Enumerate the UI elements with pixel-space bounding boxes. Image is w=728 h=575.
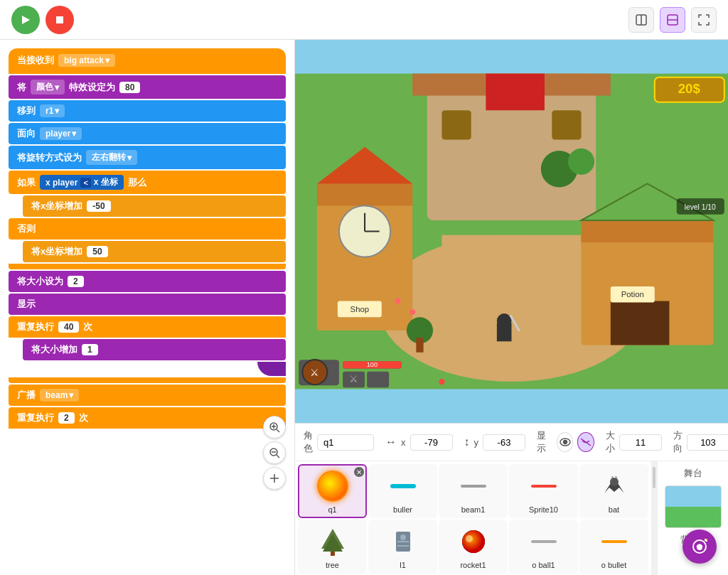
else-block: 否则 [9, 218, 286, 240]
svg-rect-78 [531, 540, 557, 543]
sprite-item-l1[interactable]: l1 [368, 520, 437, 574]
svg-point-40 [568, 149, 594, 175]
add-sprite-button[interactable] [682, 530, 717, 564]
add-x-value-1[interactable]: -50 [87, 200, 110, 212]
face-block: 面向 player ▾ [9, 123, 286, 144]
end-repeat-block [9, 377, 286, 383]
sprite-item-obullet[interactable]: o bullet [579, 520, 648, 574]
size-label: 大小 [606, 429, 615, 455]
reset-zoom-button[interactable] [263, 467, 286, 490]
move-target-label: r1 [46, 106, 53, 116]
repeat-label: 重复执行 [17, 321, 54, 333]
sprite-item-oball1[interactable]: o ball1 [509, 520, 578, 574]
zoom-in-button[interactable] [263, 416, 286, 439]
sprite-icon-l1 [385, 524, 421, 559]
repeat-body: 将大小增加 1 [23, 339, 286, 376]
direction-label: 方向 [673, 429, 682, 455]
svg-point-81 [697, 545, 702, 549]
sprite-label-tree: tree [326, 561, 339, 569]
stage-preview[interactable] [665, 485, 722, 528]
effect-type-dropdown[interactable]: 颜色 ▾ [31, 80, 65, 95]
y-input[interactable] [483, 434, 525, 451]
x-label: x [401, 437, 406, 448]
svg-rect-64 [390, 484, 416, 488]
stop-button[interactable] [46, 6, 74, 34]
sprite-item-rocket1[interactable]: rocket1 [439, 520, 508, 574]
svg-text:20$: 20$ [678, 81, 701, 96]
sprite-name-field: 角色 [304, 429, 374, 455]
display-label: 显示 [537, 429, 552, 455]
rotate-mode-dropdown[interactable]: 左右翻转 ▾ [86, 150, 137, 165]
move-target-arrow: ▾ [55, 106, 59, 116]
face-target-dropdown[interactable]: player ▾ [40, 127, 82, 140]
sprite-grid: ✕ q1 buller [295, 461, 651, 575]
broadcast-target-arrow: ▾ [69, 390, 73, 400]
layout2-button[interactable] [660, 7, 685, 33]
zoom-out-button[interactable] [263, 441, 286, 464]
sprite-item-sprite10[interactable]: Sprite10 [509, 464, 578, 518]
add-x-block-2: 将x坐标增加 50 [23, 241, 286, 262]
sprite-icon-obullet [596, 524, 632, 559]
svg-rect-1 [56, 16, 63, 23]
repeat2-suffix: 次 [79, 412, 88, 424]
if-label: 如果 [17, 176, 36, 189]
layout1-button[interactable] [628, 7, 654, 33]
start-button[interactable] [11, 6, 40, 34]
sprite-item-tree[interactable]: tree [298, 520, 367, 574]
sprite-item-buller[interactable]: buller [368, 464, 437, 518]
sprite-scrollbar[interactable] [651, 461, 657, 575]
repeat-suffix: 次 [83, 321, 92, 333]
repeat2-value[interactable]: 2 [58, 412, 75, 424]
sprite-item-beam1[interactable]: beam1 [439, 464, 508, 518]
layout-controls [628, 7, 717, 33]
show-label: 显示 [17, 299, 36, 309]
direction-field: 方向 [673, 429, 728, 455]
fullscreen-button[interactable] [691, 7, 717, 33]
add-x-value-2[interactable]: 50 [87, 246, 107, 257]
svg-point-72 [400, 534, 406, 540]
x-input[interactable] [410, 434, 453, 451]
svg-rect-32 [582, 220, 714, 242]
right-area: Shop Potion [295, 40, 728, 575]
svg-point-46 [439, 379, 444, 385]
hat-block: 当接收到 big attack ▾ [9, 48, 286, 72]
if-block: 如果 x player < x 坐标 那么 [9, 171, 286, 194]
add-x-label-1: 将x坐标增加 [31, 200, 82, 213]
size-increase-value[interactable]: 1 [82, 344, 98, 355]
y-field: ↕ y [464, 434, 526, 451]
visibility-hide-button[interactable] [577, 432, 594, 452]
visibility-eye-button[interactable] [557, 432, 574, 452]
sprite-close-q1[interactable]: ✕ [354, 467, 364, 477]
sprite-info-bar: 角色 ↔ x ↕ y 显示 [295, 424, 728, 461]
y-label: y [474, 437, 479, 448]
repeat-block: 重复执行 40 次 [9, 316, 286, 338]
svg-text:Shop: Shop [350, 305, 370, 313]
repeat-value[interactable]: 40 [58, 321, 79, 333]
sprite-grid-area: ✕ q1 buller [295, 461, 728, 575]
broadcast-target-dropdown[interactable]: beam ▾ [40, 389, 79, 402]
sprite-icon-buller [385, 468, 421, 504]
sprite-label: 角色 [304, 429, 313, 455]
sprite-icon-oball1 [526, 524, 562, 559]
svg-rect-20 [441, 110, 471, 139]
sprite-label-q1: q1 [328, 505, 336, 514]
move-target-dropdown[interactable]: r1 ▾ [40, 104, 65, 117]
code-panel: 当接收到 big attack ▾ 将 颜色 ▾ 特效设定为 80 移到 r1 [0, 40, 295, 575]
sprite-icon-tree [315, 524, 350, 559]
effect-value[interactable]: 80 [119, 82, 140, 93]
end-if-block [9, 264, 286, 269]
svg-point-44 [395, 298, 400, 303]
effect-label: 将 [17, 81, 26, 94]
move-block: 移到 r1 ▾ [9, 100, 286, 122]
size-input[interactable] [619, 434, 662, 451]
sprite-item-q1[interactable]: ✕ q1 [298, 464, 367, 518]
svg-rect-17 [441, 235, 581, 367]
hat-param[interactable]: big attack ▾ [58, 54, 115, 67]
direction-input[interactable] [687, 434, 728, 451]
sprite-name-input[interactable] [317, 434, 374, 451]
hat-dropdown-arrow: ▾ [105, 55, 109, 65]
set-size-value[interactable]: 2 [68, 276, 84, 287]
repeat2-block: 重复执行 2 次 [9, 407, 286, 429]
sprite-item-bat[interactable]: bat [579, 464, 648, 518]
if-op: < [80, 178, 90, 188]
